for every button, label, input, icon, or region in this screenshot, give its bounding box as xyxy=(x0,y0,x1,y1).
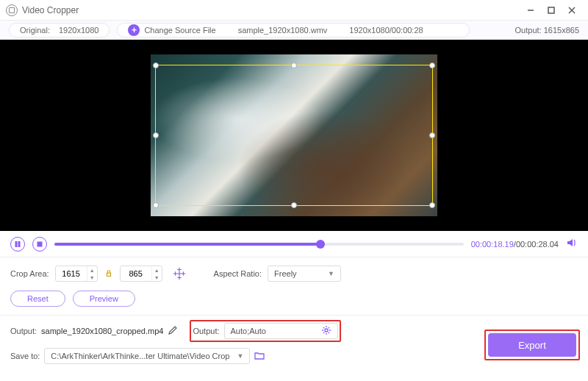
crop-handle-n[interactable] xyxy=(291,63,297,68)
total-time: 00:00:28.04 xyxy=(516,240,559,249)
aspect-ratio-select[interactable]: Freely ▼ xyxy=(268,266,341,282)
lock-aspect-icon[interactable] xyxy=(104,268,114,279)
output-size-label: Output: 1615x865 xyxy=(515,26,579,35)
output-settings-label: Output: xyxy=(193,327,219,335)
crop-handle-sw[interactable] xyxy=(153,202,159,208)
crop-area-label: Crop Area: xyxy=(10,269,49,278)
app-logo-icon xyxy=(6,4,18,16)
title-bar: Video Cropper xyxy=(0,0,588,21)
aspect-ratio-label: Aspect Ratio: xyxy=(214,269,262,278)
crop-handle-e[interactable] xyxy=(429,132,435,138)
svg-rect-4 xyxy=(15,241,17,247)
output-settings-value: Auto;Auto xyxy=(231,327,266,335)
crop-controls: Crop Area: ▲▼ ▲▼ Aspect Ratio: Freely ▼ … xyxy=(0,257,588,315)
export-button[interactable]: Export xyxy=(488,333,576,357)
open-folder-button[interactable] xyxy=(254,350,265,362)
current-time: 00:00:18.19 xyxy=(471,240,514,249)
crop-handle-nw[interactable] xyxy=(153,63,159,68)
change-source-button[interactable]: + Change Source File xyxy=(128,24,215,36)
crop-height-field[interactable]: ▲▼ xyxy=(120,266,162,282)
crop-handle-se[interactable] xyxy=(429,202,435,208)
preview-button[interactable]: Preview xyxy=(73,291,135,307)
original-size-pill: Original: 1920x1080 xyxy=(9,23,110,38)
output-settings-highlight: Output: Auto;Auto xyxy=(190,320,340,342)
crop-rectangle[interactable] xyxy=(155,65,433,206)
aspect-ratio-value: Freely xyxy=(274,269,297,278)
crop-height-input[interactable] xyxy=(121,266,151,281)
output-file-label: Output: xyxy=(10,327,37,335)
reset-button[interactable]: Reset xyxy=(10,291,65,307)
app-title: Video Cropper xyxy=(22,5,520,15)
svg-rect-5 xyxy=(18,241,20,247)
crop-height-up[interactable]: ▲ xyxy=(152,266,162,274)
chevron-down-icon: ▼ xyxy=(328,270,334,277)
source-filename: sample_1920x1080.wmv xyxy=(238,26,328,35)
svg-rect-7 xyxy=(107,273,110,276)
pause-button[interactable] xyxy=(10,237,25,252)
svg-point-14 xyxy=(325,329,328,332)
export-highlight: Export xyxy=(484,330,580,360)
chevron-down-icon: ▼ xyxy=(237,352,243,360)
gear-icon[interactable] xyxy=(321,325,331,337)
source-file-pill: + Change Source File sample_1920x1080.wm… xyxy=(117,23,470,38)
playback-bar: 00:00:18.19/00:00:28.04 xyxy=(0,231,588,257)
crop-width-down[interactable]: ▼ xyxy=(87,274,97,281)
close-button[interactable] xyxy=(562,0,582,21)
video-preview-area xyxy=(0,40,588,231)
minimize-button[interactable] xyxy=(520,0,541,21)
seek-fill xyxy=(54,243,320,246)
save-path-field[interactable]: C:\ArkThinker\ArkThinke...ter Ultimate\V… xyxy=(44,348,250,364)
crop-width-up[interactable]: ▲ xyxy=(87,266,97,274)
timecode: 00:00:18.19/00:00:28.04 xyxy=(471,240,559,249)
original-value: 1920x1080 xyxy=(59,26,98,35)
change-source-label: Change Source File xyxy=(144,26,215,35)
svg-rect-6 xyxy=(37,242,42,246)
bottom-panel: Output: sample_1920x1080_cropped.mp4 Out… xyxy=(0,316,588,371)
save-path-value: C:\ArkThinker\ArkThinke...ter Ultimate\V… xyxy=(51,352,232,360)
plus-icon: + xyxy=(128,24,140,36)
seek-thumb[interactable] xyxy=(316,240,325,249)
seek-slider[interactable] xyxy=(54,243,464,246)
crop-width-field[interactable]: ▲▼ xyxy=(55,266,98,282)
center-crop-button[interactable] xyxy=(171,266,187,282)
crop-handle-s[interactable] xyxy=(291,202,297,208)
maximize-button[interactable] xyxy=(541,0,562,21)
save-to-label: Save to: xyxy=(10,352,40,360)
video-frame[interactable] xyxy=(151,54,437,216)
stop-button[interactable] xyxy=(32,237,47,252)
volume-button[interactable] xyxy=(566,237,578,251)
crop-height-down[interactable]: ▼ xyxy=(152,274,162,281)
crop-handle-w[interactable] xyxy=(153,132,159,138)
crop-handle-ne[interactable] xyxy=(429,63,435,68)
source-dims-time: 1920x1080/00:00:28 xyxy=(349,26,423,35)
output-filename: sample_1920x1080_cropped.mp4 xyxy=(41,327,163,335)
info-bar: Original: 1920x1080 + Change Source File… xyxy=(0,21,588,40)
original-label: Original: xyxy=(20,26,50,35)
rename-output-button[interactable] xyxy=(168,325,178,337)
crop-width-input[interactable] xyxy=(56,266,87,281)
svg-rect-1 xyxy=(548,7,554,13)
output-settings-field[interactable]: Auto;Auto xyxy=(224,323,338,339)
